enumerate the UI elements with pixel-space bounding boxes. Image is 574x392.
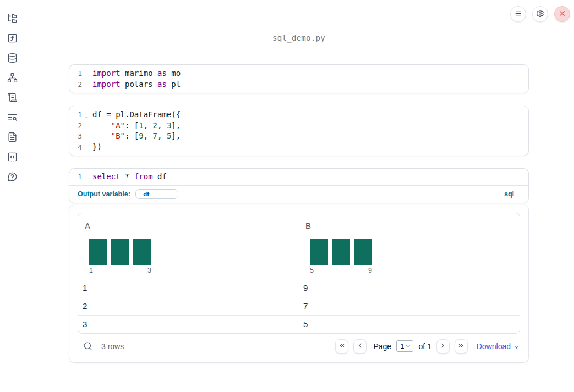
table-output-card: A13B59 192735 3 rows Page 1 of 1 — [69, 205, 529, 363]
table-cell: 2 — [78, 301, 299, 311]
folder-tree-icon — [7, 13, 18, 24]
code-line[interactable]: 1import marimo as mo — [69, 68, 528, 79]
file-text-icon — [7, 132, 18, 142]
chevron-down-icon — [405, 343, 411, 349]
table-cell: 3 — [78, 319, 299, 329]
column-name[interactable]: B — [305, 221, 311, 231]
notebook-filename[interactable]: sql_demo.py — [69, 34, 529, 42]
table-row: 35 — [78, 315, 520, 333]
sidebar-item-scratchpad[interactable] — [7, 92, 18, 103]
page-of-label: of 1 — [418, 342, 431, 351]
sql-cell-footer: Output variable: _df sql — [69, 186, 528, 203]
scroll-text-icon — [7, 92, 18, 103]
download-button[interactable]: Download — [477, 342, 520, 351]
table-row: 19 — [78, 279, 520, 297]
table-body: 192735 — [78, 279, 520, 333]
search-icon[interactable] — [83, 341, 92, 351]
line-number: 3 — [69, 131, 88, 142]
prev-page-button[interactable] — [353, 339, 367, 354]
histogram-bar — [89, 239, 107, 265]
code-text: "B": [9, 7, 5], — [88, 131, 181, 142]
table-column-header: B59 — [299, 213, 520, 279]
histogram-bar — [332, 239, 350, 265]
last-page-button[interactable] — [455, 339, 468, 354]
sidebar-item-logs[interactable] — [7, 112, 18, 123]
download-label: Download — [477, 342, 511, 351]
chevron-left-icon — [357, 342, 364, 351]
sidebar — [0, 0, 24, 392]
chevron-right-icon — [439, 342, 446, 351]
sql-language-badge: sql — [504, 190, 514, 198]
chevron-down-icon — [513, 343, 520, 350]
histogram-max-label: 9 — [368, 267, 372, 274]
line-number: 2 — [69, 79, 88, 90]
histogram-min-label: 1 — [89, 267, 93, 274]
table-cell: 9 — [299, 283, 520, 292]
table-header: A13B59 — [78, 213, 520, 279]
histogram-range-labels: 13 — [89, 267, 151, 274]
histogram-range-labels: 59 — [310, 267, 372, 274]
notebook-cells-area: 1import marimo as mo2import polars as pl… — [69, 64, 529, 363]
sidebar-item-snippets[interactable] — [7, 152, 18, 162]
page-label: Page — [373, 342, 391, 351]
square-code-icon — [7, 152, 18, 162]
code-line[interactable]: 1select * from df — [69, 172, 528, 183]
notebook-menu-button[interactable] — [510, 6, 526, 22]
output-variable-input[interactable]: _df — [135, 189, 178, 199]
settings-button[interactable] — [532, 6, 548, 22]
page-select[interactable]: 1 — [396, 340, 413, 352]
shutdown-button[interactable] — [554, 6, 570, 22]
code-text: import polars as pl — [88, 79, 181, 90]
dataframe-table: A13B59 192735 — [78, 213, 520, 334]
code-text: select * from df — [88, 172, 167, 183]
sidebar-item-documentation[interactable] — [7, 132, 18, 142]
line-number: 1 — [69, 68, 88, 79]
text-search-icon — [7, 112, 18, 123]
code-line[interactable]: 2 "A": [1, 2, 3], — [69, 120, 528, 131]
code-cell-imports[interactable]: 1import marimo as mo2import polars as pl — [69, 64, 529, 93]
line-number: 4 — [69, 142, 88, 153]
histogram-bar — [354, 239, 372, 265]
sidebar-item-variables[interactable] — [7, 33, 18, 43]
table-cell: 1 — [78, 283, 299, 292]
code-line[interactable]: 4}) — [69, 142, 528, 153]
chevrons-right-icon — [457, 342, 464, 351]
column-histogram[interactable] — [89, 239, 151, 265]
code-text: "A": [1, 2, 3], — [88, 120, 181, 131]
sidebar-item-datasources[interactable] — [7, 53, 18, 63]
circle-help-icon — [7, 172, 18, 182]
histogram-bar — [133, 239, 151, 265]
code-line[interactable]: 3 "B": [9, 7, 5], — [69, 131, 528, 142]
table-footer-left: 3 rows — [83, 341, 124, 351]
sidebar-item-dependencies[interactable] — [7, 73, 18, 83]
sidebar-item-file-explorer[interactable] — [7, 13, 18, 24]
table-pagination: Page 1 of 1 Download — [335, 339, 520, 354]
close-icon — [558, 9, 566, 19]
line-number: 1 — [69, 172, 88, 183]
code-editor[interactable]: 1import marimo as mo2import polars as pl — [69, 65, 528, 93]
column-histogram[interactable] — [310, 239, 372, 265]
histogram-bar — [111, 239, 129, 265]
table-cell: 5 — [299, 319, 520, 329]
table-cell: 7 — [299, 301, 520, 311]
row-count: 3 rows — [101, 342, 124, 351]
column-name[interactable]: A — [85, 221, 90, 231]
code-text: import marimo as mo — [88, 68, 181, 79]
database-icon — [7, 53, 18, 63]
first-page-button[interactable] — [335, 339, 348, 354]
chevrons-left-icon — [338, 342, 346, 351]
network-icon — [7, 73, 18, 83]
histogram-max-label: 3 — [147, 267, 151, 274]
code-editor[interactable]: 1⌄df = pl.DataFrame({2 "A": [1, 2, 3],3 … — [69, 106, 528, 156]
code-cell-dataframe[interactable]: 1⌄df = pl.DataFrame({2 "A": [1, 2, 3],3 … — [69, 106, 529, 156]
output-variable-label: Output variable: — [78, 190, 130, 198]
code-line[interactable]: 1⌄df = pl.DataFrame({ — [69, 109, 528, 120]
sql-cell[interactable]: 1select * from df Output variable: _df s… — [69, 168, 529, 203]
function-square-icon — [7, 33, 18, 43]
next-page-button[interactable] — [436, 339, 450, 354]
code-line[interactable]: 2import polars as pl — [69, 79, 528, 90]
line-number: 1⌄ — [69, 109, 88, 120]
sidebar-item-help[interactable] — [7, 172, 18, 182]
histogram-min-label: 5 — [310, 267, 314, 274]
sql-editor[interactable]: 1select * from df — [69, 169, 528, 186]
